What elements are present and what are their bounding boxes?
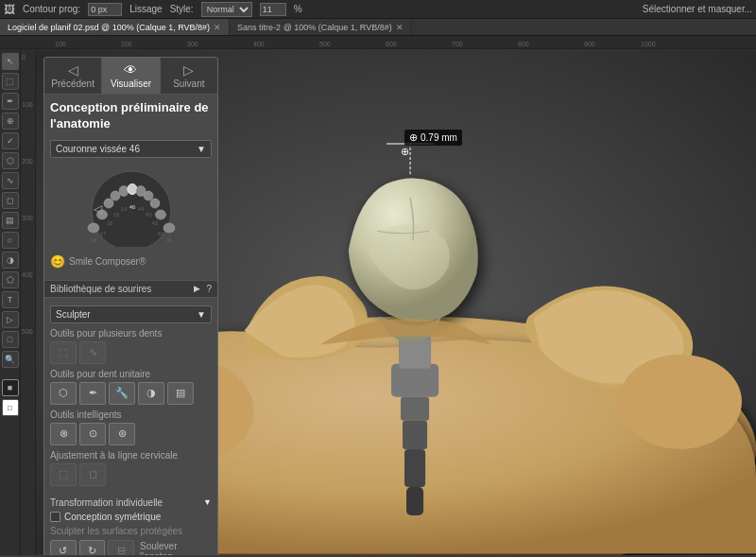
tool-fg-color[interactable]: ■ bbox=[2, 379, 19, 396]
transform-arrow-icon: ▼ bbox=[203, 497, 212, 507]
tool-multi-1[interactable]: ⬚ bbox=[50, 341, 77, 364]
tab-secondary-close-icon[interactable]: ✕ bbox=[396, 23, 404, 32]
tool-single-3[interactable]: 🔧 bbox=[109, 382, 135, 405]
svg-point-14 bbox=[88, 223, 99, 233]
tool-zoom[interactable]: 🔍 bbox=[2, 351, 19, 368]
panel-tab-precedent[interactable]: ◁ Précédent bbox=[44, 58, 102, 94]
ruler-mark-700: 700 bbox=[452, 41, 463, 47]
tooth-arc-svg: 18 17 16 15 14 46 44 43 42 41 31 ◁ bbox=[75, 164, 188, 247]
tool-cervical-2[interactable]: ◻ bbox=[79, 463, 106, 486]
tab-secondary[interactable]: Sans titre-2 @ 100% (Calque 1, RVB/8#) ✕ bbox=[230, 19, 412, 35]
tool-eraser[interactable]: ◻ bbox=[2, 192, 19, 209]
tool-eyedropper[interactable]: ✒ bbox=[2, 93, 19, 110]
svg-text:15: 15 bbox=[112, 212, 119, 218]
contour-label: Contour prog: bbox=[23, 4, 80, 14]
ruler-mark-900: 900 bbox=[584, 41, 595, 47]
tool-shape[interactable]: □ bbox=[2, 331, 19, 348]
measurement-value: 0.79 mm bbox=[421, 132, 457, 143]
ruler-mark-400: 400 bbox=[253, 41, 265, 47]
tab-active[interactable]: Logiciel de planif 02.psd @ 100% (Calque… bbox=[0, 19, 230, 35]
tool-bg-color[interactable]: □ bbox=[2, 399, 19, 416]
single-tooth-label: Outils pour dent unitaire bbox=[50, 369, 212, 379]
smart-tools: ⊗ ⊙ ⊛ bbox=[50, 423, 212, 445]
cervical-tools: ⬚ ◻ bbox=[50, 463, 212, 486]
ruler-mark-100: 100 bbox=[55, 41, 66, 47]
library-arrow-icon: ▶ bbox=[194, 284, 200, 293]
single-tooth-tools: ⬡ ✒ 🔧 ◑ ▤ bbox=[50, 382, 212, 405]
svg-text:43: 43 bbox=[145, 212, 151, 218]
ruler-v-mark-200: 200 bbox=[22, 158, 33, 165]
lift-label: Soulever l'anaton bbox=[140, 541, 212, 555]
panel-tab-suivant[interactable]: ▷ Suivant bbox=[161, 58, 217, 94]
tab-close-icon[interactable]: ✕ bbox=[214, 23, 221, 32]
symmetric-checkbox[interactable] bbox=[50, 512, 60, 522]
tool-dodge[interactable]: ◑ bbox=[2, 252, 19, 269]
sculpt-label: Sculpter bbox=[56, 309, 91, 320]
panel-header: ◁ Précédent 👁 Visualiser ▷ Suivant bbox=[44, 58, 217, 95]
svg-rect-9 bbox=[406, 487, 423, 515]
style-select[interactable]: Normal bbox=[201, 2, 252, 17]
svg-point-19 bbox=[128, 183, 137, 194]
ruler-v-mark-500: 500 bbox=[22, 328, 33, 335]
ruler-mark-800: 800 bbox=[518, 41, 529, 47]
tool-smart-2[interactable]: ⊙ bbox=[79, 423, 106, 445]
tool-single-4[interactable]: ◑ bbox=[138, 382, 164, 405]
precedent-icon: ◁ bbox=[46, 62, 99, 78]
tool-clone[interactable]: ⬡ bbox=[2, 152, 19, 169]
tool-type[interactable]: T bbox=[2, 291, 19, 308]
tool-path[interactable]: ▷ bbox=[2, 311, 19, 328]
ruler-horizontal: 100 200 300 400 500 600 700 800 900 1000 bbox=[0, 36, 756, 49]
undo-btn[interactable]: ↺ bbox=[50, 540, 77, 555]
tool-smart-1[interactable]: ⊗ bbox=[50, 423, 77, 445]
smile-composer-label[interactable]: Smile Composer® bbox=[69, 256, 146, 267]
library-label: Bibliothèque de sourires bbox=[50, 284, 151, 294]
tool-heal[interactable]: ⊕ bbox=[2, 113, 19, 130]
reset-btn[interactable]: ↻ bbox=[79, 540, 106, 555]
ruler-vertical: 0 100 200 300 400 500 bbox=[21, 49, 36, 555]
svg-rect-8 bbox=[404, 449, 425, 487]
tool-blur[interactable]: ○ bbox=[2, 232, 19, 249]
sculpt-dropdown[interactable]: Sculpter ▼ bbox=[50, 305, 212, 323]
ruler-v-mark-100: 100 bbox=[22, 101, 33, 108]
svg-rect-6 bbox=[401, 397, 429, 421]
tool-gradient[interactable]: ▤ bbox=[2, 212, 19, 229]
contour-input[interactable] bbox=[88, 3, 122, 16]
ruler-mark-500: 500 bbox=[319, 41, 331, 47]
library-section-bar[interactable]: Bibliothèque de sourires ▶ ? bbox=[44, 280, 217, 298]
multi-teeth-label: Outils pour plusieurs dents bbox=[50, 328, 212, 339]
library-expand-icon: ? bbox=[206, 284, 212, 294]
tool-single-2[interactable]: ✒ bbox=[79, 382, 106, 405]
tool-single-5[interactable]: ▤ bbox=[167, 382, 194, 405]
multi-teeth-tools: ⬚ ∿ bbox=[50, 341, 212, 364]
ruler-v-mark-300: 300 bbox=[22, 215, 33, 221]
opacity-input[interactable] bbox=[260, 3, 286, 16]
svg-point-3 bbox=[619, 355, 742, 449]
tool-cervical-1[interactable]: ⬚ bbox=[50, 463, 77, 486]
extra-btn[interactable]: ⊟ bbox=[108, 540, 134, 555]
svg-text:31: 31 bbox=[165, 237, 172, 243]
cervical-label: Ajustement à la ligne cervicale bbox=[50, 450, 212, 461]
tool-brush[interactable]: ✓ bbox=[2, 132, 19, 149]
crown-type-dropdown[interactable]: Couronne vissée 46 ▼ bbox=[50, 140, 212, 158]
sculpt-area: Sculpter ▼ Outils pour plusieurs dents ⬚… bbox=[44, 298, 217, 494]
tool-arrow[interactable]: ↖ bbox=[2, 53, 19, 70]
dropdown-arrow-icon: ▼ bbox=[197, 144, 206, 154]
style-label: Style: bbox=[170, 4, 194, 14]
panel-tab-visualiser[interactable]: 👁 Visualiser bbox=[102, 58, 160, 94]
content-area: ⊕ ⊕ 0.79 mm ◁ Précédent 👁 Visualiser bbox=[36, 49, 756, 555]
svg-point-21 bbox=[144, 191, 153, 200]
symmetric-label: Conception symétrique bbox=[64, 512, 161, 522]
tool-history[interactable]: ∿ bbox=[2, 172, 19, 189]
tool-multi-2[interactable]: ∿ bbox=[79, 341, 106, 364]
tool-single-1[interactable]: ⬡ bbox=[50, 382, 77, 405]
ruler-mark-1000: 1000 bbox=[641, 41, 656, 47]
app-icon: 🖼 bbox=[4, 3, 15, 16]
tool-smart-3[interactable]: ⊛ bbox=[109, 423, 135, 445]
tool-crop[interactable]: ⬚ bbox=[2, 73, 19, 90]
transform-section: Transformation individuelle ▼ Conception… bbox=[44, 494, 217, 555]
svg-rect-4 bbox=[391, 364, 438, 397]
select-mask-label[interactable]: Sélectionner et masquer... bbox=[643, 4, 752, 14]
panel-tab-precedent-label: Précédent bbox=[51, 78, 94, 89]
tool-pen[interactable]: ⬠ bbox=[2, 271, 19, 288]
tooth-arc-container: 18 17 16 15 14 46 44 43 42 41 31 ◁ bbox=[75, 164, 188, 249]
